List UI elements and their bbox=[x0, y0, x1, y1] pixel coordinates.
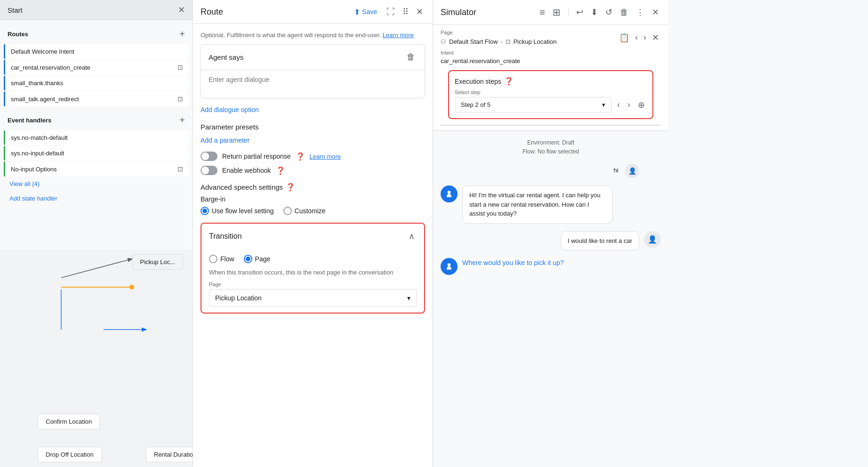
page-select-dropdown[interactable]: Pickup Location ▾ bbox=[209, 289, 417, 307]
route-item-icon: ⊡ bbox=[177, 95, 183, 103]
transition-page-option[interactable]: Page bbox=[244, 255, 271, 263]
add-route-button[interactable]: + bbox=[179, 29, 185, 40]
transition-title: Transition bbox=[209, 232, 242, 241]
transition-header: Transition ∧ bbox=[201, 224, 424, 249]
step-next-button[interactable]: › bbox=[626, 98, 632, 112]
right-panel: Simulator ≡ ⊞ ↩ ⬇ ↺ 🗑 ⋮ ✕ Page ⚇ Default… bbox=[433, 0, 668, 467]
barge-in-customize-option[interactable]: Customize bbox=[283, 207, 326, 215]
prev-button[interactable]: ‹ bbox=[633, 31, 640, 45]
agent-says-input[interactable] bbox=[201, 70, 425, 97]
transition-desc: When this transition occurs, this is the… bbox=[209, 269, 417, 276]
step-prev-button[interactable]: ‹ bbox=[615, 98, 622, 112]
notes-button[interactable]: 📋 bbox=[617, 31, 631, 45]
return-partial-learn-more[interactable]: Learn more bbox=[310, 153, 341, 160]
barge-in-flow-radio[interactable] bbox=[201, 207, 209, 215]
page-select-label: Page bbox=[209, 282, 417, 287]
page-select-value: Pickup Location bbox=[215, 294, 262, 302]
routes-section-header: Routes + bbox=[4, 26, 189, 42]
canvas-node-dropoff[interactable]: Drop Off Location bbox=[38, 447, 102, 462]
start-close-button[interactable]: ✕ bbox=[178, 5, 185, 15]
transition-flow-option[interactable]: Flow bbox=[209, 255, 234, 263]
undo-button[interactable]: ↩ bbox=[574, 5, 585, 19]
refresh-button[interactable]: ↺ bbox=[603, 5, 614, 19]
svg-point-4 bbox=[448, 191, 451, 194]
user-avatar: 👤 bbox=[625, 164, 639, 178]
step-dropdown[interactable]: Step 2 of 5 ▾ bbox=[455, 97, 611, 113]
route-item[interactable]: small_thank.thanks bbox=[4, 76, 189, 90]
delete-agent-says-button[interactable]: 🗑 bbox=[405, 50, 417, 64]
canvas-area: Pickup Loc... Confirm Location Drop Off … bbox=[0, 250, 193, 467]
transition-collapse-button[interactable]: ∧ bbox=[407, 229, 417, 243]
user-bubble-1: I would like to rent a car bbox=[561, 231, 639, 251]
drag-button[interactable]: ⠿ bbox=[401, 5, 410, 19]
delete-button[interactable]: 🗑 bbox=[618, 6, 630, 19]
close-simulator-button[interactable]: ✕ bbox=[650, 5, 661, 19]
advanced-speech-help-icon[interactable]: ❓ bbox=[286, 183, 295, 192]
download-button[interactable]: ⬇ bbox=[589, 5, 600, 19]
step-target-button[interactable]: ⊕ bbox=[636, 98, 647, 112]
next-button[interactable]: › bbox=[642, 31, 648, 45]
agent-says-title: Agent says bbox=[209, 53, 243, 61]
event-item[interactable]: sys.no-input-default bbox=[4, 146, 189, 161]
add-event-handler-button[interactable]: + bbox=[179, 115, 185, 126]
add-parameter-button[interactable]: Add a parameter bbox=[201, 135, 249, 146]
page-section: Page ⚇ Default Start Flow - ⊡ Pickup Loc… bbox=[441, 30, 556, 45]
enable-webhook-label: Enable webhook bbox=[222, 167, 271, 174]
add-state-handler-link[interactable]: Add state handler bbox=[4, 190, 189, 207]
enable-webhook-toggle[interactable] bbox=[201, 166, 217, 175]
canvas-node-rental[interactable]: Rental Duration bbox=[146, 447, 193, 462]
execution-steps-box: Execution steps ❓ Select step Step 2 of … bbox=[448, 70, 653, 119]
param-presets-label: Parameter presets bbox=[201, 123, 425, 131]
exec-steps-title: Execution steps bbox=[455, 78, 501, 85]
close-route-button[interactable]: ✕ bbox=[414, 5, 425, 19]
route-item[interactable]: Default Welcome Intent bbox=[4, 44, 189, 59]
event-item-label: sys.no-match-default bbox=[11, 134, 68, 141]
agent-question-text: Where would you like to pick it up? bbox=[462, 259, 564, 266]
chat-area: Environment: Draft Flow: No flow selecte… bbox=[433, 131, 668, 467]
route-item[interactable]: car_rental.reservation_create ⊡ bbox=[4, 60, 189, 75]
middle-title: Route bbox=[201, 7, 346, 17]
transition-flow-radio[interactable] bbox=[209, 255, 217, 263]
canvas-svg bbox=[0, 250, 193, 467]
list-view-button[interactable]: ≡ bbox=[538, 5, 547, 20]
enable-webhook-help-icon[interactable]: ❓ bbox=[276, 166, 285, 175]
return-partial-toggle[interactable] bbox=[201, 152, 217, 161]
page-select-chevron-icon: ▾ bbox=[407, 294, 410, 302]
event-item[interactable]: No-input Options ⊡ bbox=[4, 161, 189, 177]
intent-label: Intent bbox=[441, 50, 661, 56]
step-dropdown-chevron: ▾ bbox=[602, 101, 605, 108]
canvas-node-pickup: Pickup Loc... bbox=[132, 254, 183, 270]
advanced-speech-label: Advanced speech settings bbox=[201, 183, 283, 191]
chat-agent-row-1: Hi! I'm the virtual car rental agent. I … bbox=[441, 185, 661, 224]
close-subheader-button[interactable]: ✕ bbox=[650, 31, 661, 45]
page-label: Page bbox=[441, 30, 556, 35]
return-partial-help-icon[interactable]: ❓ bbox=[296, 152, 305, 161]
canvas-node-confirm[interactable]: Confirm Location bbox=[38, 414, 100, 429]
exec-steps-help-icon[interactable]: ❓ bbox=[504, 77, 514, 86]
save-button[interactable]: ⬆ Save bbox=[350, 6, 381, 18]
transition-page-radio[interactable] bbox=[244, 255, 252, 263]
view-all-link[interactable]: View all (4) bbox=[4, 177, 189, 190]
event-item-label: sys.no-input-default bbox=[11, 150, 64, 157]
route-item[interactable]: small_talk.agent_redirect ⊡ bbox=[4, 91, 189, 106]
agent-text-1: Hi! I'm the virtual car rental agent. I … bbox=[469, 192, 601, 217]
barge-in-flow-option[interactable]: Use flow level setting bbox=[201, 207, 274, 215]
fullscreen-button[interactable]: ⛶ bbox=[385, 5, 397, 19]
simulator-header: Simulator ≡ ⊞ ↩ ⬇ ↺ 🗑 ⋮ ✕ bbox=[433, 0, 668, 25]
agent-avatar-2 bbox=[441, 258, 458, 275]
learn-more-link[interactable]: Learn more bbox=[383, 32, 414, 39]
breadcrumb: ⚇ Default Start Flow - ⊡ Pickup Location bbox=[441, 38, 556, 45]
return-partial-label: Return partial response bbox=[222, 153, 291, 160]
more-options-button[interactable]: ⋮ bbox=[634, 5, 646, 19]
agent-bubble-1: Hi! I'm the virtual car rental agent. I … bbox=[462, 185, 613, 224]
add-dialogue-option-button[interactable]: Add dialogue option bbox=[201, 104, 259, 115]
barge-in-customize-radio[interactable] bbox=[283, 207, 292, 215]
grid-view-button[interactable]: ⊞ bbox=[551, 5, 563, 20]
save-label: Save bbox=[362, 8, 377, 16]
start-title: Start bbox=[8, 6, 23, 14]
transition-radio-row: Flow Page bbox=[209, 255, 417, 263]
event-item[interactable]: sys.no-match-default bbox=[4, 130, 189, 145]
intent-value: car_rental.reservation_create bbox=[441, 57, 661, 64]
chat-user-row-1: 👤 I would like to rent a car bbox=[441, 231, 661, 251]
breadcrumb-separator: - bbox=[500, 38, 502, 45]
